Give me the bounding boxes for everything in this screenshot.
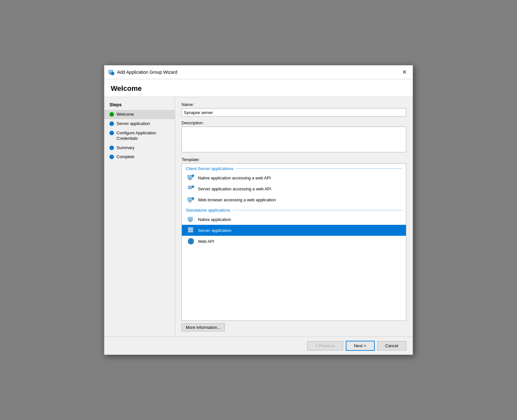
template-item-native-web-api[interactable]: Native application accessing a web API — [182, 172, 406, 183]
client-server-category: Client-Server applications — [182, 164, 406, 172]
name-field-group: Name: — [182, 102, 406, 117]
server-app-icon — [187, 226, 195, 234]
template-item-web-browser[interactable]: Web browser accessing a web application — [182, 194, 406, 205]
template-item-web-api-label: Web API — [198, 239, 214, 244]
template-item-native-app-label: Native application — [198, 217, 231, 222]
step-label-complete: Complete — [117, 154, 135, 160]
svg-rect-35 — [188, 228, 193, 229]
svg-rect-11 — [189, 179, 191, 180]
wizard-icon — [108, 69, 115, 75]
svg-rect-31 — [188, 217, 193, 220]
step-label-summary: Summary — [117, 145, 135, 151]
template-field-group: Template: Client-Server applications — [182, 157, 406, 331]
svg-rect-12 — [189, 180, 192, 180]
description-input[interactable] — [182, 127, 406, 152]
template-item-web-browser-label: Web browser accessing a web application — [198, 197, 276, 202]
step-item-welcome[interactable]: Welcome — [104, 110, 175, 119]
svg-rect-10 — [188, 176, 192, 178]
svg-rect-26 — [189, 202, 192, 202]
svg-rect-19 — [188, 188, 192, 189]
close-button[interactable]: ✕ — [400, 68, 409, 76]
native-app-icon — [187, 215, 195, 223]
template-item-server-app-label: Server application — [198, 228, 231, 233]
template-box: Client-Server applications — [182, 163, 406, 321]
description-field-group: Description: — [182, 120, 406, 153]
svg-rect-37 — [188, 229, 193, 230]
step-dot-server-application — [109, 121, 114, 126]
main-content: Steps Welcome Server application Configu… — [104, 97, 413, 337]
svg-rect-17 — [188, 186, 192, 187]
web-api-icon — [187, 237, 195, 245]
next-button[interactable]: Next > — [346, 341, 375, 351]
more-information-button[interactable]: More information... — [182, 323, 225, 331]
template-item-native-app[interactable]: Native application — [182, 214, 406, 225]
steps-panel: Steps Welcome Server application Configu… — [104, 97, 175, 337]
svg-rect-39 — [188, 231, 193, 232]
standalone-category: Standalone applications — [182, 205, 406, 214]
step-label-welcome: Welcome — [117, 112, 134, 117]
step-dot-summary — [109, 146, 114, 150]
step-dot-welcome — [109, 112, 114, 117]
footer: < Previous Next > Cancel — [104, 337, 413, 355]
name-input[interactable] — [182, 108, 406, 117]
step-label-configure-credentials: Configure Application Credentials — [117, 130, 170, 141]
page-title: Welcome — [111, 84, 406, 93]
name-label: Name: — [182, 102, 406, 107]
template-item-server-web-api[interactable]: Server application accessing a web API — [182, 183, 406, 194]
template-label: Template: — [182, 157, 406, 162]
title-bar-left: Add Application Group Wizard — [108, 69, 177, 75]
title-bar: Add Application Group Wizard ✕ — [104, 65, 413, 79]
step-dot-configure-credentials — [109, 131, 114, 135]
cancel-button[interactable]: Cancel — [377, 341, 406, 350]
template-item-web-api[interactable]: Web API — [182, 236, 406, 247]
svg-rect-25 — [189, 201, 191, 202]
dialog-window: Add Application Group Wizard ✕ Welcome S… — [104, 65, 413, 355]
description-label: Description: — [182, 120, 406, 125]
step-item-summary[interactable]: Summary — [104, 143, 175, 153]
step-dot-complete — [109, 155, 114, 159]
template-item-server-app[interactable]: Server application — [182, 225, 406, 236]
server-web-api-icon — [187, 185, 195, 193]
steps-header: Steps — [104, 101, 175, 110]
dialog-title: Add Application Group Wizard — [117, 70, 177, 75]
step-item-server-application[interactable]: Server application — [104, 119, 175, 129]
header-section: Welcome — [104, 79, 413, 97]
previous-button[interactable]: < Previous — [307, 341, 343, 350]
template-item-native-web-api-label: Native application accessing a web API — [198, 176, 271, 180]
step-item-complete[interactable]: Complete — [104, 152, 175, 162]
step-label-server-application: Server application — [117, 121, 150, 127]
right-panel: Name: Description: Template: Client-Serv… — [175, 97, 413, 337]
svg-rect-24 — [188, 198, 192, 201]
step-item-configure-credentials[interactable]: Configure Application Credentials — [104, 129, 175, 143]
native-web-api-icon — [187, 174, 195, 182]
web-browser-icon — [187, 196, 195, 204]
template-item-server-web-api-label: Server application accessing a web API — [198, 186, 271, 191]
svg-rect-33 — [189, 221, 192, 222]
svg-rect-32 — [189, 221, 191, 222]
